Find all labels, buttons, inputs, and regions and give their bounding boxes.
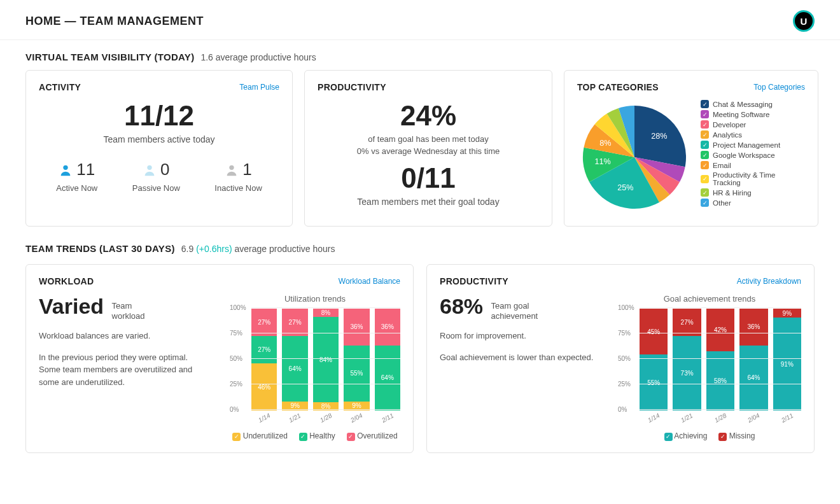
svg-text:25%: 25% xyxy=(617,183,633,192)
bar: 8%84%8% xyxy=(313,309,339,410)
bar: 64%36% xyxy=(739,309,767,410)
category-legend-item: Developer xyxy=(701,120,805,129)
bar: 9%64%27% xyxy=(282,309,307,410)
goal-percent-cap: Team goal achievement xyxy=(491,301,549,321)
category-legend-item: Analytics xyxy=(701,130,805,139)
category-legend-item: Productivity & Time Tracking xyxy=(701,171,805,186)
bar: 73%27% xyxy=(673,309,701,410)
section-trends-title: TEAM TRENDS (LAST 30 DAYS) xyxy=(25,243,175,254)
category-legend-item: Project Management xyxy=(701,141,805,149)
passive-count: 0 xyxy=(160,160,169,179)
activity-card: ACTIVITY Team Pulse 11/12 Team members a… xyxy=(25,70,293,227)
bar: 46%27%27% xyxy=(251,309,277,410)
productivity-ratio: 0/11 xyxy=(318,162,539,194)
svg-text:11%: 11% xyxy=(595,157,611,166)
goal-chart-title: Goal achievement trends xyxy=(618,294,801,304)
utilization-legend: Underutilized Healthy Overutilized xyxy=(230,431,400,441)
workload-headline: Varied xyxy=(39,294,104,319)
productivity-text1: Room for improvement. xyxy=(440,330,599,342)
activity-caption: Team members active today xyxy=(39,134,279,144)
top-categories-link[interactable]: Top Categories xyxy=(753,83,805,92)
svg-point-2 xyxy=(230,165,234,169)
inactive-count: 1 xyxy=(242,160,251,179)
bar: 58%42% xyxy=(706,309,734,410)
productivity-text2: Goal achievement is lower than expected. xyxy=(440,351,599,364)
inactive-now-stat: 1 Inactive Now xyxy=(214,160,262,193)
goal-percent: 68% xyxy=(440,294,483,319)
passive-label: Passive Now xyxy=(132,183,180,193)
category-legend-item: Chat & Messaging xyxy=(701,100,805,108)
active-label: Active Now xyxy=(56,183,97,193)
productivity-sub1: of team goal has been met today xyxy=(318,134,539,144)
categories-legend: Chat & MessagingMeeting SoftwareDevelope… xyxy=(701,100,805,209)
svg-point-1 xyxy=(147,165,151,169)
categories-pie-chart: 28%25%11%8% xyxy=(577,100,692,214)
workload-card: WORKLOAD Workload Balance Varied Team wo… xyxy=(25,264,414,453)
category-legend-item: HR & Hiring xyxy=(701,188,805,197)
category-legend-item: Email xyxy=(701,161,805,169)
categories-title: TOP CATEGORIES xyxy=(577,82,659,92)
utilization-chart-title: Utilization trends xyxy=(230,294,400,304)
categories-card: TOP CATEGORIES Top Categories 28%25%11%8… xyxy=(564,70,818,227)
productivity-card: PRODUCTIVITY 24% of team goal has been m… xyxy=(304,70,552,227)
goal-chart: 0%25%50%75%100%55%45%73%27%58%42%64%36%9… xyxy=(618,307,801,421)
section-visibility-title: VIRTUAL TEAM VISIBILITY (TODAY) xyxy=(25,52,194,62)
workload-text2: In the previous period they were optimal… xyxy=(39,351,204,389)
category-legend-item: Meeting Software xyxy=(701,110,805,118)
app-header: HOME — TEAM MANAGEMENT U xyxy=(0,0,840,40)
bar: 91%9% xyxy=(773,309,801,410)
person-icon xyxy=(143,163,157,177)
activity-title: ACTIVITY xyxy=(39,82,81,92)
category-legend-item: Other xyxy=(701,199,805,207)
workload-balance-link[interactable]: Workload Balance xyxy=(339,277,400,286)
person-icon xyxy=(59,163,73,177)
productivity-trend-card: PRODUCTIVITY Activity Breakdown 68% Team… xyxy=(426,264,815,453)
section-trends-avg: 6.9 (+0.6hrs) average productive hours xyxy=(181,244,335,254)
section-visibility-header: VIRTUAL TEAM VISIBILITY (TODAY) 1.6 aver… xyxy=(25,52,815,62)
workload-title: WORKLOAD xyxy=(39,276,94,286)
svg-text:28%: 28% xyxy=(651,132,667,141)
activity-count: 11/12 xyxy=(39,100,279,132)
bar: 55%45% xyxy=(640,309,668,410)
team-pulse-link[interactable]: Team Pulse xyxy=(239,83,279,92)
active-count: 11 xyxy=(76,160,95,179)
passive-now-stat: 0 Passive Now xyxy=(132,160,180,193)
productivity-percent: 24% xyxy=(318,100,539,132)
goal-legend: Achieving Missing xyxy=(618,431,801,441)
section-trends-header: TEAM TRENDS (LAST 30 DAYS) 6.9 (+0.6hrs)… xyxy=(25,243,815,254)
workload-headline-cap: Team workload xyxy=(112,301,150,321)
productivity-sub2: 0% vs average Wednesday at this time xyxy=(318,146,539,156)
category-legend-item: Google Workspace xyxy=(701,151,805,159)
person-icon xyxy=(225,163,239,177)
productivity-trend-title: PRODUCTIVITY xyxy=(440,276,508,286)
productivity-title: PRODUCTIVITY xyxy=(318,82,386,92)
avatar[interactable]: U xyxy=(793,10,815,32)
inactive-label: Inactive Now xyxy=(214,183,262,193)
svg-point-0 xyxy=(64,165,68,169)
utilization-chart: 0%25%50%75%100%46%27%27%9%64%27%8%84%8%9… xyxy=(230,307,400,421)
workload-text1: Workload balances are varied. xyxy=(39,330,204,342)
active-now-stat: 11 Active Now xyxy=(56,160,97,193)
productivity-ratio-caption: Team members met their goal today xyxy=(318,197,539,207)
page-title: HOME — TEAM MANAGEMENT xyxy=(25,15,204,28)
section-visibility-subtitle: 1.6 average productive hours xyxy=(200,52,316,62)
activity-breakdown-link[interactable]: Activity Breakdown xyxy=(737,277,801,286)
bar: 64%36% xyxy=(375,309,400,410)
svg-text:8%: 8% xyxy=(599,139,611,148)
bar: 9%55%36% xyxy=(344,309,369,410)
